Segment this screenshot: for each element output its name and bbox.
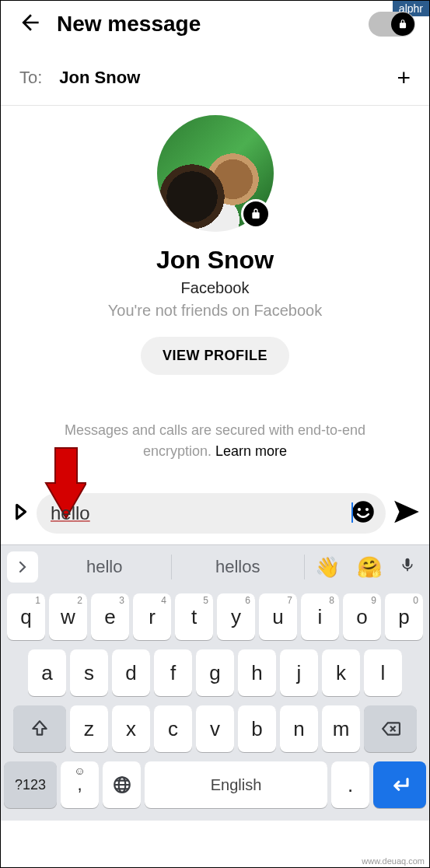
key-z[interactable]: z (70, 705, 108, 752)
key-y[interactable]: y6 (217, 593, 255, 640)
key-row-1: q1 w2 e3 r4 t5 y6 u7 i8 o9 p0 (1, 589, 429, 645)
key-e[interactable]: e3 (91, 593, 129, 640)
suggestion-expand-icon[interactable] (7, 551, 38, 583)
profile-section: Jon Snow Facebook You're not friends on … (1, 106, 429, 390)
key-x[interactable]: x (112, 705, 150, 752)
back-arrow-icon[interactable] (18, 10, 43, 38)
symbols-key[interactable]: ?123 (4, 761, 57, 808)
suggestion-2[interactable]: hellos (175, 557, 302, 577)
add-recipient-icon[interactable]: + (397, 65, 411, 91)
encryption-toggle[interactable] (369, 12, 415, 37)
language-key[interactable] (103, 761, 141, 808)
key-v[interactable]: v (196, 705, 234, 752)
key-c[interactable]: c (154, 705, 192, 752)
separator (171, 555, 172, 579)
suggestion-1[interactable]: hello (41, 557, 168, 577)
recipient-row: To: Jon Snow + (1, 47, 429, 106)
message-input[interactable]: hello (37, 493, 386, 534)
enter-key[interactable] (373, 761, 426, 808)
svg-point-0 (352, 501, 374, 523)
key-i[interactable]: i8 (301, 593, 339, 640)
watermark: www.deuaq.com (362, 856, 425, 866)
key-d[interactable]: d (112, 649, 150, 696)
key-u[interactable]: u7 (259, 593, 297, 640)
message-text: hello (51, 502, 351, 524)
key-p[interactable]: p0 (385, 593, 423, 640)
key-w[interactable]: w2 (49, 593, 87, 640)
key-k[interactable]: k (322, 649, 360, 696)
key-a[interactable]: a (28, 649, 66, 696)
emoji-suggestion-2[interactable]: 🤗 (350, 555, 389, 579)
avatar[interactable] (157, 115, 274, 232)
key-q[interactable]: q1 (7, 593, 45, 640)
key-l[interactable]: l (364, 649, 402, 696)
key-f[interactable]: f (154, 649, 192, 696)
mic-icon[interactable] (392, 555, 423, 579)
to-label: To: (19, 68, 42, 88)
key-row-3: z x c v b n m (1, 701, 429, 757)
profile-platform: Facebook (181, 279, 250, 297)
suggestion-row: hello hellos 👋 🤗 (1, 545, 429, 589)
key-r[interactable]: r4 (133, 593, 171, 640)
key-g[interactable]: g (196, 649, 234, 696)
key-s[interactable]: s (70, 649, 108, 696)
period-key[interactable]: . (331, 761, 369, 808)
key-o[interactable]: o9 (343, 593, 381, 640)
emoji-icon[interactable] (351, 500, 375, 527)
profile-name: Jon Snow (156, 246, 274, 275)
emoji-hint-icon: ☺ (74, 765, 85, 777)
key-m[interactable]: m (322, 705, 360, 752)
svg-point-1 (358, 508, 361, 511)
expand-icon[interactable] (10, 502, 30, 525)
learn-more-link[interactable]: Learn more (215, 443, 287, 459)
view-profile-button[interactable]: VIEW PROFILE (141, 337, 289, 375)
backspace-key[interactable] (364, 705, 417, 752)
svg-point-2 (365, 508, 369, 511)
emoji-suggestion-1[interactable]: 👋 (308, 555, 347, 579)
keyboard: hello hellos 👋 🤗 q1 w2 e3 r4 t5 y6 u7 i8… (1, 544, 429, 821)
key-row-2: a s d f g h j k l (1, 645, 429, 701)
page-title: New message (57, 12, 355, 37)
space-key[interactable]: English (145, 761, 327, 808)
separator (304, 555, 305, 579)
comma-key[interactable]: ☺ , (61, 761, 99, 808)
key-row-4: ?123 ☺ , English . (1, 757, 429, 816)
send-icon[interactable] (392, 497, 421, 530)
key-b[interactable]: b (238, 705, 276, 752)
key-t[interactable]: t5 (175, 593, 213, 640)
key-j[interactable]: j (280, 649, 318, 696)
key-h[interactable]: h (238, 649, 276, 696)
recipient-name[interactable]: Jon Snow (59, 68, 397, 88)
key-n[interactable]: n (280, 705, 318, 752)
shift-key[interactable] (13, 705, 66, 752)
lock-badge-icon (241, 199, 271, 229)
header: New message (1, 1, 429, 47)
profile-status: You're not friends on Facebook (108, 302, 323, 320)
lock-icon (391, 12, 414, 36)
